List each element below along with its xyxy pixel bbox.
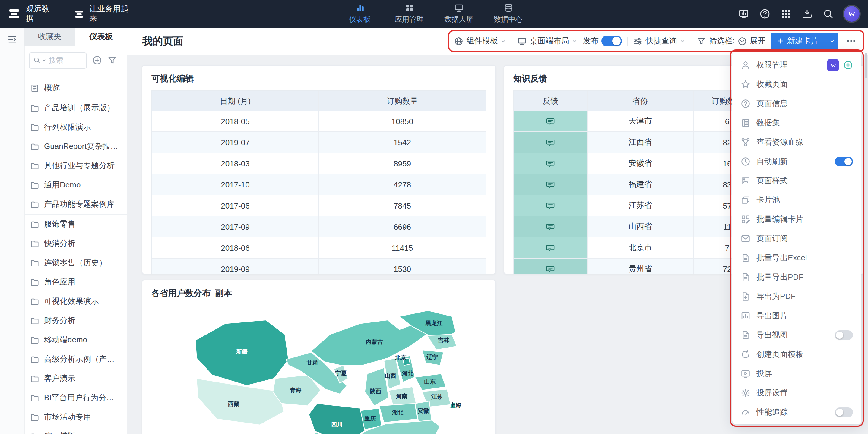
feedback-comment-cell[interactable] <box>514 195 588 216</box>
tab-favorites[interactable]: 收藏夹 <box>24 28 75 46</box>
map-province-label[interactable]: 黑龙江 <box>426 320 443 327</box>
sidebar-item[interactable]: 财务分析 <box>24 311 127 330</box>
sidebar-item[interactable]: BI平台用户行为分析… <box>24 388 127 407</box>
map-province-label[interactable]: 山西 <box>385 372 396 380</box>
feedback-comment-cell[interactable] <box>514 174 588 195</box>
menu-item-batch-export-pdf[interactable]: 批量导出PDF <box>732 268 861 287</box>
map-province-label[interactable]: 上海 <box>450 402 461 410</box>
map-province-label[interactable]: 北京 <box>395 354 406 362</box>
menu-item-cast-settings[interactable]: 投屏设置 <box>732 383 861 403</box>
map-province-label[interactable]: 安徽 <box>417 407 429 415</box>
nav-tab-dashboards[interactable]: 仪表板 <box>344 0 375 28</box>
menu-item-performance-tracking[interactable]: 性能追踪 <box>732 403 861 422</box>
map-province-label[interactable]: 河北 <box>402 370 413 378</box>
menu-item-page-subscription[interactable]: 页面订阅 <box>732 229 861 248</box>
menu-item-permission-management[interactable]: 权限管理 <box>732 56 861 75</box>
sidebar-item[interactable]: 产品功能专题案例库 <box>24 195 127 214</box>
more-actions-button[interactable] <box>844 34 858 48</box>
sidebar-item[interactable]: 演示模版 <box>24 427 127 434</box>
map-province-label[interactable]: 重庆 <box>364 415 376 423</box>
menu-item-batch-edit-cards[interactable]: 批量编辑卡片 <box>732 210 861 229</box>
filter-expand-label[interactable]: 展开 <box>750 36 766 46</box>
component-template-dropdown[interactable]: 组件模板 <box>455 36 506 46</box>
menu-item-cast-screen[interactable]: 投屏 <box>732 364 861 383</box>
sidebar-item[interactable]: 连锁零售（历史） <box>24 253 127 272</box>
collapse-sidebar-icon[interactable] <box>7 34 17 44</box>
new-card-main[interactable]: 新建卡片 <box>771 32 825 50</box>
menu-item-page-style[interactable]: 页面样式 <box>732 171 861 191</box>
map-province-label[interactable]: 青海 <box>290 387 301 394</box>
map-province-label[interactable]: 江苏 <box>431 394 443 401</box>
feedback-comment-cell[interactable] <box>514 237 588 258</box>
download-center-icon[interactable] <box>802 8 812 19</box>
menu-item-export-image[interactable]: 导出图片 <box>732 306 861 326</box>
new-card-dropdown-caret[interactable] <box>825 32 838 50</box>
nav-tab-data-screen[interactable]: 数据大屏 <box>443 0 474 28</box>
tab-dashboards[interactable]: 仪表板 <box>75 28 127 46</box>
sidebar-item[interactable]: 通用Demo <box>24 175 127 195</box>
map-province-label[interactable]: 内蒙古 <box>366 339 383 346</box>
brand-secondary[interactable]: 让业务用起来 <box>73 4 130 24</box>
feedback-comment-cell[interactable] <box>514 216 588 237</box>
user-avatar[interactable] <box>844 6 860 22</box>
feedback-comment-cell[interactable] <box>514 259 588 274</box>
desktop-layout-dropdown[interactable]: 桌面端布局 <box>518 36 578 46</box>
add-folder-icon[interactable] <box>92 56 102 65</box>
search-scope-caret-icon[interactable] <box>42 58 46 63</box>
brand-primary[interactable]: 观远数据 <box>7 4 51 24</box>
page-scrollbar[interactable] <box>865 53 867 78</box>
menu-item-card-pool[interactable]: 卡片池 <box>732 191 861 210</box>
sidebar-item[interactable]: 高级分析示例（产品… <box>24 349 127 369</box>
permission-user-avatar[interactable] <box>827 59 839 71</box>
menu-item-favorite-page[interactable]: 收藏页面 <box>732 75 861 94</box>
sidebar-item[interactable]: 可视化效果演示 <box>24 292 127 311</box>
search-input[interactable] <box>48 56 84 65</box>
map-province-label[interactable]: 西藏 <box>228 401 239 409</box>
nav-tab-app-management[interactable]: 应用管理 <box>394 0 425 28</box>
map-province-label[interactable]: 四川 <box>331 421 343 429</box>
nav-tab-data-center[interactable]: 数据中心 <box>493 0 524 28</box>
menu-item-export-view[interactable]: 导出视图 <box>732 326 861 345</box>
sidebar-item[interactable]: 服饰零售 <box>24 214 127 234</box>
sidebar-item[interactable]: 客户演示 <box>24 369 127 388</box>
feedback-comment-cell[interactable] <box>514 153 588 174</box>
map-province-label[interactable]: 湖北 <box>392 409 403 417</box>
filter-list-icon[interactable] <box>107 56 117 65</box>
sidebar-item[interactable]: 概览 <box>24 78 127 98</box>
map-province-label[interactable]: 河南 <box>396 393 407 401</box>
map-province-label[interactable]: 新疆 <box>236 348 248 356</box>
map-province-label[interactable]: 吉林 <box>438 337 450 345</box>
sidebar-item[interactable]: GuanReport复杂报表样… <box>24 137 127 156</box>
map-province-label[interactable]: 甘肃 <box>307 359 318 367</box>
map-province-label[interactable]: 辽宁 <box>427 354 438 361</box>
circle-chevron-icon[interactable] <box>738 36 747 45</box>
sidebar-item[interactable]: 行列权限演示 <box>24 118 127 137</box>
sidebar-item[interactable]: 市场活动专用 <box>24 407 127 427</box>
menu-item-create-page-template[interactable]: 创建页面模板 <box>732 345 861 364</box>
export-view-toggle[interactable] <box>835 330 853 340</box>
menu-item-batch-export-excel[interactable]: 批量导出Excel <box>732 248 861 268</box>
sidebar-item[interactable]: 其他行业与专题分析 <box>24 156 127 175</box>
add-permission-icon[interactable] <box>843 60 853 70</box>
quick-query-dropdown[interactable]: 快捷查询 <box>634 36 685 46</box>
sidebar-item[interactable]: 角色应用 <box>24 272 127 292</box>
help-icon[interactable] <box>760 8 770 19</box>
map-province-label[interactable]: 陕西 <box>370 388 381 395</box>
search-box[interactable] <box>29 52 87 68</box>
feedback-comment-cell[interactable] <box>514 132 588 153</box>
menu-item-dataset[interactable]: 数据集 <box>732 113 861 133</box>
menu-item-export-as-pdf[interactable]: 导出为PDF <box>732 287 861 306</box>
performance-tracking-toggle[interactable] <box>835 407 853 417</box>
menu-item-resource-lineage[interactable]: 查看资源血缘 <box>732 133 861 152</box>
new-card-button[interactable]: 新建卡片 <box>771 32 838 50</box>
sidebar-item[interactable]: 移动端demo <box>24 330 127 349</box>
menu-item-auto-refresh[interactable]: 自动刷新 <box>732 152 861 171</box>
app-grid-icon[interactable] <box>780 8 792 19</box>
map-province-label[interactable]: 宁夏 <box>335 370 346 378</box>
sidebar-item[interactable]: 快消分析 <box>24 234 127 253</box>
map-province-label[interactable]: 山东 <box>424 378 435 386</box>
feedback-comment-cell[interactable] <box>514 111 588 131</box>
publish-toggle[interactable] <box>602 36 622 46</box>
menu-item-page-info[interactable]: 页面信息 <box>732 94 861 113</box>
billboard-icon[interactable] <box>738 8 749 19</box>
